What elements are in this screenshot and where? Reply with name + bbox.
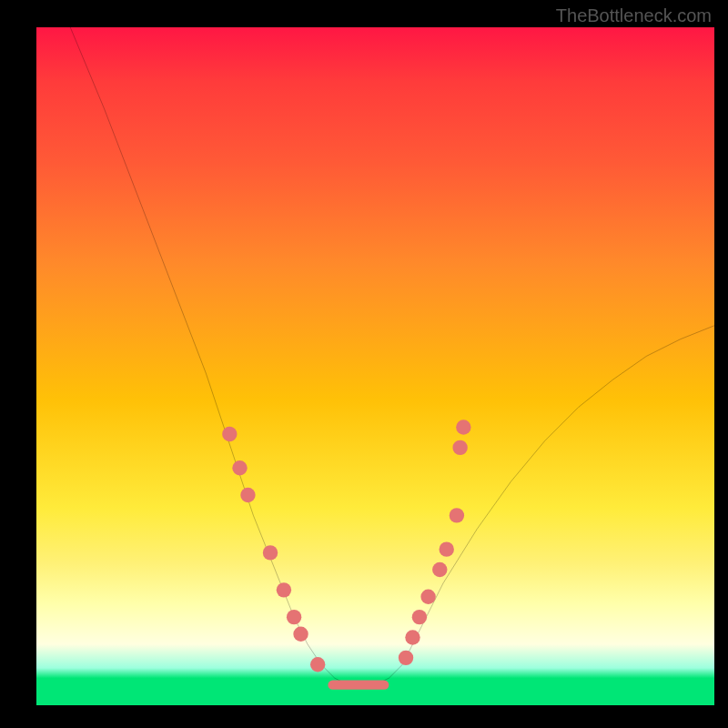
plot-area [36, 27, 714, 705]
marker-dot [412, 610, 427, 624]
bottom-marker-bar [328, 680, 389, 689]
marker-dot [405, 630, 420, 644]
marker-dot [232, 460, 247, 475]
marker-dot [287, 610, 301, 624]
marker-dot [440, 541, 454, 556]
marker-dot [277, 582, 291, 597]
marker-dot [420, 590, 435, 604]
marker-dot [450, 508, 464, 522]
marker-dot [399, 651, 413, 665]
marker-dot [456, 420, 470, 434]
data-markers [222, 420, 470, 672]
marker-dot [263, 545, 278, 560]
marker-dot [293, 627, 308, 642]
marker-dot [432, 562, 447, 577]
marker-dot [452, 440, 467, 455]
bottleneck-curve [70, 27, 714, 685]
marker-dot [310, 657, 325, 672]
marker-dot [222, 427, 237, 441]
curve-svg [36, 27, 714, 705]
marker-dot [240, 488, 255, 502]
watermark-text: TheBottleneck.com [556, 5, 712, 26]
